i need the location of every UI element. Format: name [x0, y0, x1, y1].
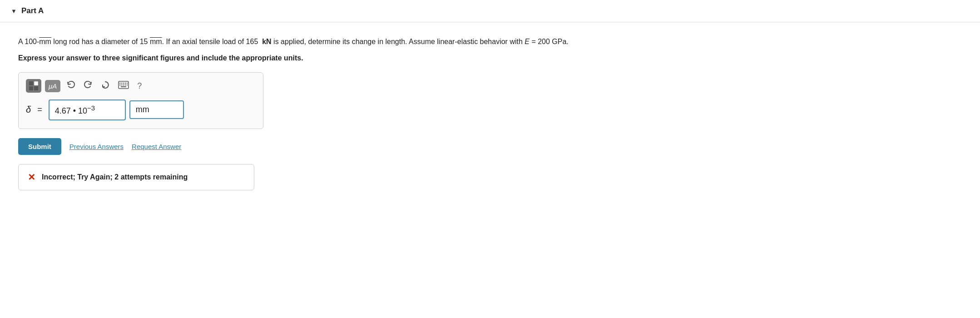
- svg-rect-15: [121, 86, 126, 87]
- chevron-down-icon: ▼: [11, 8, 17, 15]
- reset-button[interactable]: [99, 79, 112, 93]
- svg-rect-12: [123, 84, 124, 85]
- svg-rect-1: [34, 81, 38, 85]
- page-container: ▼ Part A A 100-mm long rod has a diamete…: [0, 0, 980, 318]
- svg-rect-3: [34, 86, 38, 90]
- problem-text: A 100-mm long rod has a diameter of 15 m…: [18, 36, 962, 48]
- mu-button[interactable]: μA: [45, 80, 60, 92]
- action-row: Submit Previous Answers Request Answer: [18, 138, 962, 155]
- instruction-text: Express your answer to three significant…: [18, 54, 962, 62]
- content-area: A 100-mm long rod has a diameter of 15 m…: [0, 22, 980, 209]
- redo-button[interactable]: [81, 79, 95, 93]
- math-expression: 4.67 • 10−3: [55, 104, 95, 116]
- keyboard-button[interactable]: [116, 80, 131, 93]
- svg-rect-0: [29, 81, 33, 85]
- matrix-button[interactable]: [26, 79, 41, 93]
- toolbar: μA: [26, 79, 256, 93]
- math-value-input[interactable]: 4.67 • 10−3: [49, 99, 126, 120]
- svg-rect-8: [125, 83, 126, 84]
- feedback-box: ✕ Incorrect; Try Again; 2 attempts remai…: [18, 164, 254, 190]
- help-label: ?: [137, 81, 142, 90]
- part-title: Part A: [21, 6, 44, 15]
- input-row: δ = 4.67 • 10−3 mm: [26, 99, 256, 120]
- undo-button[interactable]: [64, 79, 78, 93]
- svg-rect-9: [127, 83, 128, 84]
- svg-rect-7: [123, 83, 124, 84]
- exponent: −3: [87, 104, 95, 112]
- svg-rect-13: [125, 84, 126, 85]
- svg-rect-14: [127, 84, 128, 85]
- delta-label: δ: [26, 104, 31, 115]
- svg-rect-10: [119, 84, 121, 85]
- feedback-text: Incorrect; Try Again; 2 attempts remaini…: [42, 173, 188, 181]
- submit-button[interactable]: Submit: [18, 138, 61, 155]
- units-input[interactable]: mm: [129, 100, 184, 119]
- error-icon: ✕: [28, 172, 35, 183]
- part-header[interactable]: ▼ Part A: [0, 0, 980, 22]
- help-button[interactable]: ?: [135, 80, 144, 92]
- request-answer-button[interactable]: Request Answer: [132, 143, 181, 150]
- svg-rect-5: [119, 83, 121, 84]
- units-value: mm: [136, 105, 149, 114]
- previous-answers-button[interactable]: Previous Answers: [69, 143, 124, 150]
- mu-symbol: μA: [49, 82, 57, 90]
- svg-rect-6: [121, 83, 123, 84]
- answer-box: μA: [18, 72, 263, 129]
- equals-label: =: [37, 105, 42, 114]
- svg-rect-2: [29, 86, 33, 90]
- svg-rect-11: [121, 84, 123, 85]
